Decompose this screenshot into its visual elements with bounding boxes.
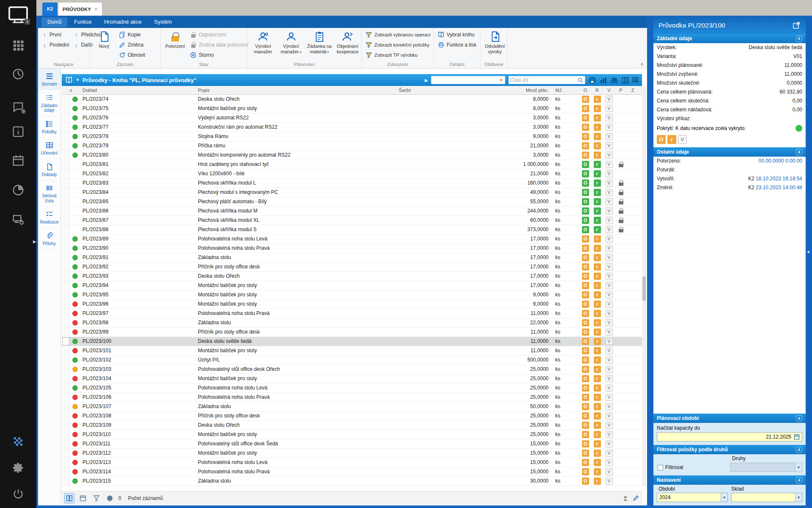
column-header-doklad[interactable]: Doklad <box>80 86 198 94</box>
table-row[interactable]: PL/2023/83Plechová skříňka modul L160,00… <box>62 179 642 188</box>
collapse-icon[interactable]: ∧ <box>796 36 802 42</box>
table-row[interactable]: PL/2023/114Polohovatelná noha stolu Prav… <box>62 467 642 477</box>
open-window-icon[interactable] <box>792 21 801 30</box>
sklad-combo[interactable]: ▼ <box>731 493 802 502</box>
settings-gear-icon[interactable] <box>12 461 25 474</box>
material-request-button[interactable]: Žádanka na materiál▾ <box>305 30 333 61</box>
table-row[interactable]: PL/2023/97Polohovatelná noha stolu Pravá… <box>62 309 642 318</box>
table-row[interactable]: PL/2023/85Plechový plášť automatu - Bílý… <box>62 197 642 207</box>
table-row[interactable]: PL/2023/111Polohovatelný stůl office des… <box>62 439 642 449</box>
row-gutter[interactable] <box>62 337 70 346</box>
info-icon[interactable] <box>12 125 25 138</box>
play-icon[interactable]: ▶ <box>425 78 428 83</box>
sidebar-expand-arrow[interactable]: ▶ <box>33 239 36 244</box>
section-zakladni-udaje-header[interactable]: Základní údaje ∧ <box>653 34 806 43</box>
row-gutter[interactable] <box>62 300 70 309</box>
row-gutter[interactable] <box>62 318 70 327</box>
table-row[interactable]: PL/2023/113Polohovatelná noha stolu Levá… <box>62 458 642 467</box>
table-row[interactable]: PL/2023/86Plechová skříňka modul M244,00… <box>62 207 642 216</box>
column-header-o[interactable]: O <box>579 86 591 94</box>
section-ostatni-udaje-header[interactable]: Ostatní údaje ∧ <box>653 147 806 157</box>
production-output-button[interactable]: Odvádění výroby <box>483 30 507 61</box>
row-gutter[interactable] <box>62 253 70 262</box>
sum-icon[interactable]: Σ <box>624 495 628 502</box>
column-header-s[interactable]: s <box>62 86 80 94</box>
sidebar-item-doklady[interactable]: Doklady <box>38 159 60 181</box>
reports-pie-icon[interactable] <box>12 184 25 196</box>
view-calendar-icon[interactable] <box>78 493 88 503</box>
row-gutter[interactable] <box>62 356 70 364</box>
search-input[interactable] <box>510 77 577 83</box>
table-row[interactable]: PL/2023/82Víko 1200x600 - bílé21,0000ksO… <box>62 169 642 179</box>
table-row[interactable]: PL/2023/98Základna stolu22,0000ksOrV <box>62 318 642 328</box>
table-row[interactable]: PL/2023/88Plechová skříňka modul S373,00… <box>62 225 642 235</box>
row-gutter[interactable] <box>62 393 70 402</box>
table-scrollbar[interactable] <box>642 86 646 486</box>
table-row[interactable]: PL/2023/93Deska stolu Ořech17,0000ksOrV <box>62 272 642 281</box>
column-header-popis[interactable]: Popis <box>198 86 399 94</box>
remote-pixels-icon[interactable] <box>12 435 25 448</box>
row-gutter[interactable] <box>62 328 70 337</box>
table-row[interactable]: PL/2023/102Úchyt P/L500,0000ksOrV <box>62 356 642 365</box>
table-row[interactable]: PL/2023/74Deska stolu Ořech8,0000ksOrV <box>62 95 642 104</box>
table-row[interactable]: PL/2023/110Montážní balíček pro stoly25,… <box>62 430 642 439</box>
messages-icon[interactable]: 0 <box>12 101 25 113</box>
sidebar-item-polozky[interactable]: Položky <box>38 116 60 138</box>
change-confirm-date-button[interactable]: Změna data potvrzení <box>188 40 250 50</box>
column-header-v[interactable]: V <box>603 86 615 94</box>
row-gutter[interactable] <box>62 449 70 458</box>
row-gutter[interactable] <box>62 439 70 448</box>
row-gutter[interactable] <box>62 235 70 243</box>
settings-small-icon[interactable] <box>105 493 115 503</box>
row-gutter[interactable] <box>62 467 70 476</box>
functions-print-button[interactable]: Funkce a tisk <box>436 40 478 50</box>
column-header-z[interactable]: Z <box>627 86 639 94</box>
production-manager-menu-button[interactable]: Výrobní manažer▾ <box>277 30 304 61</box>
row-gutter[interactable] <box>62 95 70 104</box>
column-header-p[interactable]: P <box>615 86 627 94</box>
first-button[interactable]: ↑První <box>40 30 71 40</box>
column-header-mnoz-plan[interactable]: Množ.plán. <box>501 86 551 94</box>
section-nastaveni-header[interactable]: Nastavení ∧ <box>653 475 806 485</box>
table-row[interactable]: PL/2023/103Polohovatelný stůl office des… <box>62 365 642 374</box>
collapse-icon[interactable]: ∧ <box>796 149 802 155</box>
row-gutter[interactable] <box>62 365 70 374</box>
table-row[interactable]: PL/2023/76Výdejní automat RS223,0000ksOr… <box>62 113 642 123</box>
row-gutter[interactable] <box>62 244 70 253</box>
row-gutter[interactable] <box>62 458 70 467</box>
table-row[interactable]: PL/2023/92Příčník pro stoly office desk1… <box>62 262 642 272</box>
edit-icon[interactable] <box>633 494 639 502</box>
new-button[interactable]: Nový <box>92 30 116 61</box>
cooperation-order-button[interactable]: Objednání kooperace <box>334 30 361 61</box>
sidebar-item-uctovani[interactable]: Účtování <box>38 138 60 159</box>
table-row[interactable]: PL/2023/94Montážní balíček pro stoly17,0… <box>62 281 642 290</box>
table-row[interactable]: PL/2023/100Deska stolu světle šedá11,000… <box>62 337 642 346</box>
columns-icon[interactable] <box>621 76 629 84</box>
row-gutter[interactable] <box>62 430 70 439</box>
row-gutter[interactable] <box>62 216 70 225</box>
close-icon[interactable]: × <box>95 6 98 12</box>
row-gutter[interactable] <box>62 225 70 234</box>
sidebar-item-prilohy[interactable]: Přílohy <box>38 228 60 250</box>
obdobi-combo[interactable]: 2024▼ <box>657 493 728 502</box>
row-gutter[interactable] <box>62 309 70 318</box>
show-tp-button[interactable]: Zobrazit TP výrobku <box>364 50 432 60</box>
row-gutter[interactable] <box>62 374 70 383</box>
table-row[interactable]: PL/2023/81Hrot zaoblený pro stahovací ty… <box>62 160 642 169</box>
menu-funkce[interactable]: Funkce <box>68 17 97 27</box>
row-gutter[interactable] <box>62 169 70 178</box>
calendar-icon[interactable] <box>12 154 25 167</box>
table-row[interactable]: PL/2023/105Polohovatelná noha stolu Levá… <box>62 384 642 393</box>
filter-checkbox[interactable] <box>658 465 663 470</box>
storno-button[interactable]: Storno <box>188 50 250 60</box>
select-book-button[interactable]: Vybrat knihu <box>436 30 478 40</box>
power-icon[interactable] <box>12 488 25 500</box>
collapse-icon[interactable]: ∧ <box>796 447 802 453</box>
section-filtrovat-header[interactable]: Filtrovat položky podle druhů ∧ <box>653 445 806 454</box>
chart-icon[interactable] <box>599 76 607 84</box>
menu-domu[interactable]: Domů <box>41 17 67 27</box>
binoculars-icon[interactable] <box>610 76 618 84</box>
sidebar-item-seznam[interactable]: Seznam <box>38 69 60 90</box>
menu-hromadne-akce[interactable]: Hromadné akce <box>98 17 147 27</box>
collapse-icon[interactable]: ∧ <box>796 477 802 483</box>
